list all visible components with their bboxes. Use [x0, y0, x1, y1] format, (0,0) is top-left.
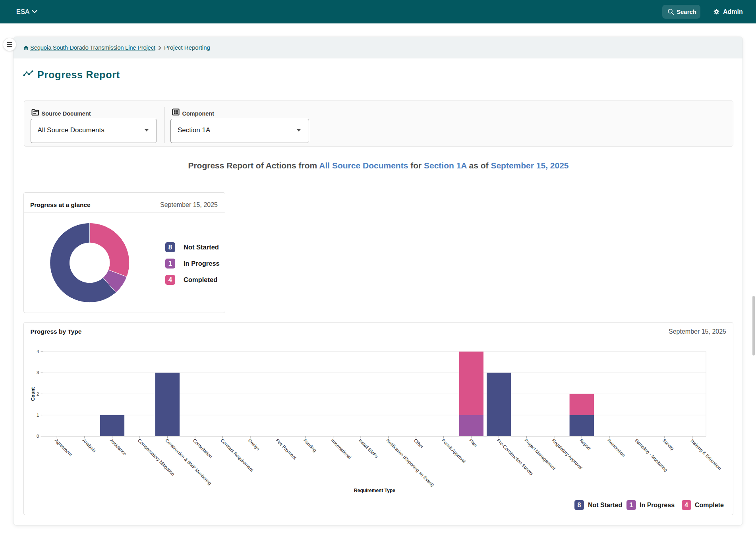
svg-text:Funding: Funding	[303, 438, 318, 453]
svg-text:3: 3	[37, 370, 39, 375]
svg-text:Training & Education: Training & Education	[689, 438, 722, 471]
svg-text:Consultation: Consultation	[192, 438, 213, 459]
svg-text:Requirement Type: Requirement Type	[354, 488, 395, 493]
svg-text:Agreement: Agreement	[54, 438, 73, 457]
svg-text:Other: Other	[413, 438, 425, 449]
svg-text:Report: Report	[579, 438, 592, 451]
svg-text:Informational: Informational	[330, 438, 352, 460]
svg-text:4: 4	[37, 349, 39, 354]
svg-text:Restoration: Restoration	[606, 438, 626, 458]
svg-text:Survey: Survey	[661, 438, 675, 451]
svg-text:Sampling - Monitoring: Sampling - Monitoring	[634, 438, 669, 472]
svg-text:Construction & BMP Monitoring: Construction & BMP Monitoring	[164, 438, 213, 486]
svg-text:2: 2	[37, 392, 39, 396]
svg-text:Notification (Reporting an Eve: Notification (Reporting an Event)	[385, 438, 435, 487]
svg-text:Plan: Plan	[468, 438, 478, 448]
svg-text:Permit Approval: Permit Approval	[441, 438, 466, 464]
svg-text:Regulatory Approval: Regulatory Approval	[551, 438, 583, 470]
svg-text:Project Management: Project Management	[524, 438, 557, 471]
svg-text:Avoidance: Avoidance	[109, 438, 128, 456]
svg-text:Count: Count	[30, 387, 36, 401]
svg-text:Analysis: Analysis	[81, 438, 97, 453]
svg-text:Design: Design	[247, 438, 261, 451]
svg-text:Fee Payment: Fee Payment	[275, 438, 298, 460]
svg-text:1: 1	[37, 413, 39, 417]
svg-text:Install BMPs: Install BMPs	[358, 438, 379, 459]
svg-text:0: 0	[37, 434, 39, 439]
